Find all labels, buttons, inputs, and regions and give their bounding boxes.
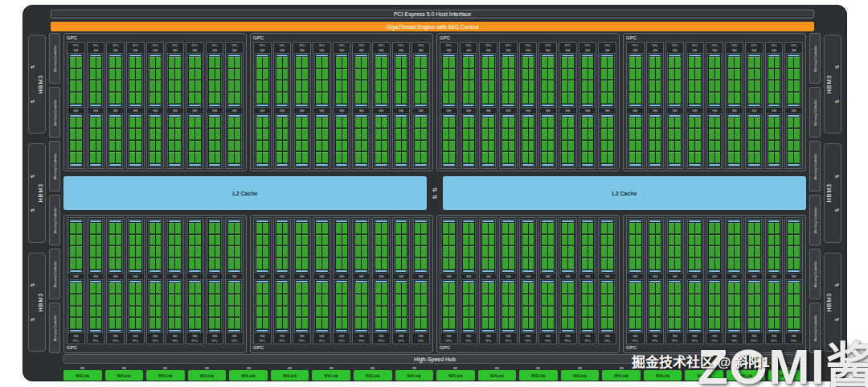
sm-core-cell bbox=[175, 129, 181, 140]
sm-label: SM bbox=[207, 109, 223, 113]
sm-cell-row bbox=[316, 57, 328, 68]
sm-cell-row bbox=[276, 318, 289, 329]
tpc-column: TPCSMSM bbox=[725, 42, 743, 169]
hbm-column-left: ⇄⇄HBM3⇄⇄HBM3⇄⇄HBM3 bbox=[28, 35, 46, 352]
sm-cell-row bbox=[629, 223, 641, 234]
tpc-label: TPC bbox=[394, 43, 409, 47]
sm-cell-row bbox=[582, 318, 594, 329]
sm-cache-strip bbox=[562, 330, 574, 331]
sm-cache-strip bbox=[109, 270, 121, 272]
sm-cache-strip bbox=[189, 220, 201, 222]
sm-core-cell bbox=[775, 246, 780, 257]
sm-cache-strip bbox=[562, 164, 574, 166]
sm-core-cell bbox=[588, 57, 594, 68]
sm-core-cell bbox=[263, 129, 268, 140]
sm-cell-row bbox=[748, 80, 760, 92]
sm-core-cell bbox=[263, 80, 268, 92]
sm-cache-strip bbox=[276, 270, 289, 272]
sm-cache-strip bbox=[316, 220, 328, 222]
sm-core-cell bbox=[195, 93, 201, 104]
sm-core-cell bbox=[90, 129, 96, 140]
sm-cache-strip bbox=[768, 55, 780, 56]
sm-cell-row bbox=[629, 246, 641, 257]
sm-core-cell bbox=[562, 69, 567, 80]
sm-cache-strip bbox=[228, 164, 240, 166]
sm-core-cell bbox=[228, 318, 234, 329]
sm-label: SM bbox=[334, 109, 350, 113]
sm-label: SM bbox=[747, 274, 762, 278]
sm-cache-strip bbox=[709, 220, 721, 222]
sm-core-cell bbox=[482, 307, 488, 318]
sm-core-cell bbox=[588, 117, 594, 129]
sm-cell-row bbox=[256, 80, 268, 92]
sm-core-cell bbox=[689, 69, 694, 80]
sm-core-cell bbox=[669, 283, 674, 294]
sm-core-cell bbox=[322, 69, 328, 80]
sm-cache-strip bbox=[129, 330, 141, 331]
sm-core-cell bbox=[156, 141, 162, 152]
sm-block bbox=[187, 219, 203, 274]
sm-cell-row bbox=[709, 117, 721, 129]
sm-label: SM bbox=[628, 274, 643, 278]
sm-core-cell bbox=[322, 318, 328, 329]
sm-cell-row bbox=[748, 283, 760, 294]
sm-cell-row bbox=[748, 57, 760, 68]
sm-core-cell bbox=[109, 57, 115, 68]
sm-cell-row bbox=[355, 283, 367, 294]
sm-core-cell bbox=[715, 141, 721, 152]
sm-cell-row bbox=[336, 294, 348, 306]
sm-block bbox=[727, 113, 742, 168]
sm-core-cell bbox=[256, 283, 262, 294]
sm-core-cell bbox=[449, 246, 455, 257]
sm-block bbox=[255, 53, 270, 108]
tpc-column: TPCSMSM bbox=[499, 42, 518, 169]
sm-unit: SM bbox=[128, 109, 143, 168]
sm-core-cell bbox=[588, 129, 594, 140]
sm-core-cell bbox=[156, 69, 162, 80]
sm-block bbox=[628, 113, 643, 168]
sm-core-cell bbox=[562, 235, 567, 246]
transfer-arrow-icon: ⇄ bbox=[31, 64, 35, 69]
sm-core-cell bbox=[70, 235, 76, 246]
sm-core-cell bbox=[768, 223, 774, 234]
sm-core-cell bbox=[302, 152, 308, 163]
sm-cell-row bbox=[629, 235, 641, 246]
sm-cell-row bbox=[562, 117, 574, 129]
hbm-column-right: ⇄⇄HBM3⇄⇄HBM3⇄⇄HBM3 bbox=[824, 35, 841, 352]
sm-core-cell bbox=[788, 117, 793, 129]
sm-block bbox=[628, 279, 643, 334]
sm-block bbox=[374, 113, 389, 168]
sm-cell-row bbox=[728, 283, 740, 294]
sm-cell-row bbox=[709, 258, 721, 270]
sm-core-cell bbox=[421, 141, 427, 152]
sm-cache-strip bbox=[542, 55, 554, 56]
sm-cell-row bbox=[209, 57, 221, 68]
memory-controller-strip: Memory Controller bbox=[49, 249, 60, 299]
tpc-label: TPC bbox=[481, 339, 496, 343]
sm-cache-strip bbox=[562, 270, 574, 272]
sm-core-cell bbox=[542, 152, 547, 163]
sm-core-cell bbox=[755, 57, 760, 68]
sm-unit: SM bbox=[747, 219, 762, 278]
sm-core-cell bbox=[542, 117, 547, 129]
sm-core-cell bbox=[189, 235, 194, 246]
sm-cell-row bbox=[768, 223, 780, 234]
sm-core-cell bbox=[449, 93, 455, 104]
sm-cell-row bbox=[788, 80, 800, 92]
sm-cache-strip bbox=[728, 270, 740, 272]
sm-label: SM bbox=[354, 274, 369, 278]
sm-core-cell bbox=[502, 69, 508, 80]
tpc-column: TPCSMSM bbox=[186, 42, 204, 169]
sm-block bbox=[441, 279, 457, 334]
sm-cell-row bbox=[316, 80, 328, 92]
sm-core-cell bbox=[302, 307, 308, 318]
sm-cache-strip bbox=[256, 270, 268, 272]
sm-core-cell bbox=[788, 80, 793, 92]
nvlink-connector bbox=[205, 367, 209, 369]
sm-core-cell bbox=[415, 258, 420, 270]
tpc-column: TPCSMSM bbox=[352, 217, 371, 344]
sm-cache-strip bbox=[228, 281, 240, 282]
sm-core-cell bbox=[136, 307, 141, 318]
sm-core-cell bbox=[449, 283, 455, 294]
sm-core-cell bbox=[469, 69, 475, 80]
